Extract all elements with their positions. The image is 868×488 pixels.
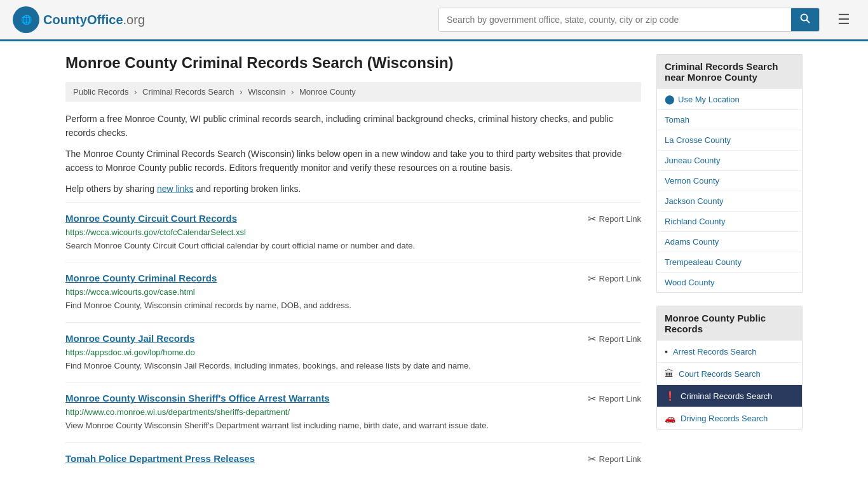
nearby-link[interactable]: Jackson County — [665, 196, 724, 206]
record-title[interactable]: Monroe County Wisconsin Sheriff's Office… — [65, 393, 330, 403]
breadcrumb-monroe-county[interactable]: Monroe County — [299, 87, 356, 97]
nearby-link[interactable]: Juneau County — [665, 156, 720, 165]
breadcrumb-criminal-records-search[interactable]: Criminal Records Search — [142, 87, 234, 97]
public-records-section-title: Monroe County Public Records — [657, 306, 802, 341]
search-input[interactable] — [439, 8, 791, 31]
report-link-icon: ✂ — [588, 273, 596, 285]
nearby-list-item[interactable]: Juneau County — [657, 151, 802, 171]
nearby-list-item[interactable]: Tomah — [657, 110, 802, 130]
breadcrumb-wisconsin[interactable]: Wisconsin — [248, 87, 285, 97]
record-item: Monroe County Criminal Records ✂ Report … — [65, 262, 641, 322]
record-desc: Find Monroe County, Wisconsin criminal r… — [65, 299, 641, 312]
public-records-list: ▪ Arrest Records Search 🏛 Court Records … — [657, 341, 802, 429]
record-type-icon: 🚗 — [665, 413, 675, 423]
public-records-item[interactable]: 🚗 Driving Records Search — [657, 407, 802, 429]
nearby-list-item[interactable]: Wood County — [657, 273, 802, 292]
use-location-item[interactable]: ⬤ Use My Location — [657, 89, 802, 110]
public-records-link[interactable]: Criminal Records Search — [681, 391, 773, 401]
logo-icon: 🌐 — [13, 6, 39, 33]
menu-button[interactable]: ☰ — [832, 9, 855, 30]
sidebar: Criminal Records Search near Monroe Coun… — [656, 54, 803, 478]
breadcrumb: Public Records › Criminal Records Search… — [65, 82, 641, 102]
record-header: Tomah Police Department Press Releases ✂… — [65, 453, 641, 465]
search-bar — [438, 8, 820, 32]
report-link-button[interactable]: ✂ Report Link — [588, 333, 641, 345]
nearby-list-item[interactable]: Adams County — [657, 232, 802, 252]
nearby-link[interactable]: Adams County — [665, 237, 719, 247]
description-3: Help others by sharing new links and rep… — [65, 182, 641, 196]
nearby-link[interactable]: Richland County — [665, 217, 725, 226]
description-1: Perform a free Monroe County, WI public … — [65, 112, 641, 140]
record-desc: Search Monroe County Circuit Court offic… — [65, 240, 641, 252]
record-title[interactable]: Tomah Police Department Press Releases — [65, 453, 255, 464]
public-records-item[interactable]: ❗ Criminal Records Search — [657, 385, 802, 407]
public-records-link[interactable]: Court Records Search — [679, 369, 761, 379]
public-records-section: Monroe County Public Records ▪ Arrest Re… — [656, 306, 803, 430]
record-item: Monroe County Wisconsin Sheriff's Office… — [65, 382, 641, 442]
nearby-list-item[interactable]: Trempealeau County — [657, 252, 802, 273]
new-links-link[interactable]: new links — [157, 184, 194, 194]
record-title[interactable]: Monroe County Criminal Records — [65, 273, 217, 283]
logo-text: CountyOffice.org — [43, 13, 145, 27]
nearby-section-title: Criminal Records Search near Monroe Coun… — [657, 55, 802, 89]
record-item: Tomah Police Department Press Releases ✂… — [65, 442, 641, 478]
svg-line-3 — [807, 20, 810, 24]
report-link-icon: ✂ — [588, 453, 596, 465]
main-container: Monroe County Criminal Records Search (W… — [53, 41, 815, 488]
nearby-link[interactable]: Vernon County — [665, 176, 719, 186]
nearby-link[interactable]: Tomah — [665, 115, 689, 125]
record-url: https://wcca.wicourts.gov/ctofcCalendarS… — [65, 227, 641, 237]
record-desc: Find Monroe County, Wisconsin Jail Recor… — [65, 360, 641, 372]
location-icon: ⬤ — [665, 94, 675, 104]
report-link-button[interactable]: ✂ Report Link — [588, 273, 641, 285]
record-type-icon: ❗ — [665, 391, 675, 401]
nearby-link[interactable]: La Crosse County — [665, 135, 731, 145]
record-type-icon: 🏛 — [665, 369, 674, 379]
record-title[interactable]: Monroe County Jail Records — [65, 333, 194, 344]
report-link-label: Report Link — [599, 214, 641, 224]
nearby-link[interactable]: Wood County — [665, 278, 715, 287]
record-header: Monroe County Wisconsin Sheriff's Office… — [65, 393, 641, 405]
record-header: Monroe County Circuit Court Records ✂ Re… — [65, 213, 641, 225]
nearby-list: ⬤ Use My Location TomahLa Crosse CountyJ… — [657, 89, 802, 292]
logo-link[interactable]: 🌐 CountyOffice.org — [13, 6, 145, 33]
nearby-section: Criminal Records Search near Monroe Coun… — [656, 54, 803, 293]
record-header: Monroe County Jail Records ✂ Report Link — [65, 333, 641, 345]
record-item: Monroe County Circuit Court Records ✂ Re… — [65, 202, 641, 262]
public-records-item[interactable]: 🏛 Court Records Search — [657, 363, 802, 385]
report-link-button[interactable]: ✂ Report Link — [588, 393, 641, 405]
svg-point-2 — [801, 15, 808, 21]
record-header: Monroe County Criminal Records ✂ Report … — [65, 273, 641, 285]
report-link-label: Report Link — [599, 394, 641, 403]
use-location-link[interactable]: Use My Location — [678, 95, 740, 104]
record-title[interactable]: Monroe County Circuit Court Records — [65, 213, 237, 224]
record-type-icon: ▪ — [665, 346, 668, 356]
report-link-icon: ✂ — [588, 333, 596, 345]
site-header: 🌐 CountyOffice.org ☰ — [0, 0, 868, 41]
main-content: Monroe County Criminal Records Search (W… — [65, 54, 641, 478]
public-records-item[interactable]: ▪ Arrest Records Search — [657, 341, 802, 363]
record-desc: View Monroe County Wisconsin Sheriff's D… — [65, 419, 641, 432]
breadcrumb-public-records[interactable]: Public Records — [73, 87, 128, 97]
record-url: https://wcca.wicourts.gov/case.html — [65, 287, 641, 297]
record-url: https://appsdoc.wi.gov/lop/home.do — [65, 348, 641, 357]
nearby-list-item[interactable]: Richland County — [657, 212, 802, 232]
record-item: Monroe County Jail Records ✂ Report Link… — [65, 322, 641, 383]
description-2: The Monroe County Criminal Records Searc… — [65, 147, 641, 175]
public-records-link[interactable]: Driving Records Search — [681, 414, 768, 423]
report-link-label: Report Link — [599, 334, 641, 344]
report-link-label: Report Link — [599, 454, 641, 464]
svg-text:🌐: 🌐 — [21, 15, 32, 25]
nearby-list-item[interactable]: Jackson County — [657, 191, 802, 212]
record-url: http://www.co.monroe.wi.us/departments/s… — [65, 407, 641, 417]
search-button[interactable] — [791, 8, 819, 31]
nearby-link[interactable]: Trempealeau County — [665, 257, 742, 267]
report-link-icon: ✂ — [588, 213, 596, 225]
nearby-list-item[interactable]: Vernon County — [657, 171, 802, 191]
report-link-button[interactable]: ✂ Report Link — [588, 453, 641, 465]
report-link-button[interactable]: ✂ Report Link — [588, 213, 641, 225]
report-link-label: Report Link — [599, 274, 641, 283]
nearby-list-item[interactable]: La Crosse County — [657, 130, 802, 151]
public-records-link[interactable]: Arrest Records Search — [673, 347, 757, 356]
page-title: Monroe County Criminal Records Search (W… — [65, 54, 641, 72]
